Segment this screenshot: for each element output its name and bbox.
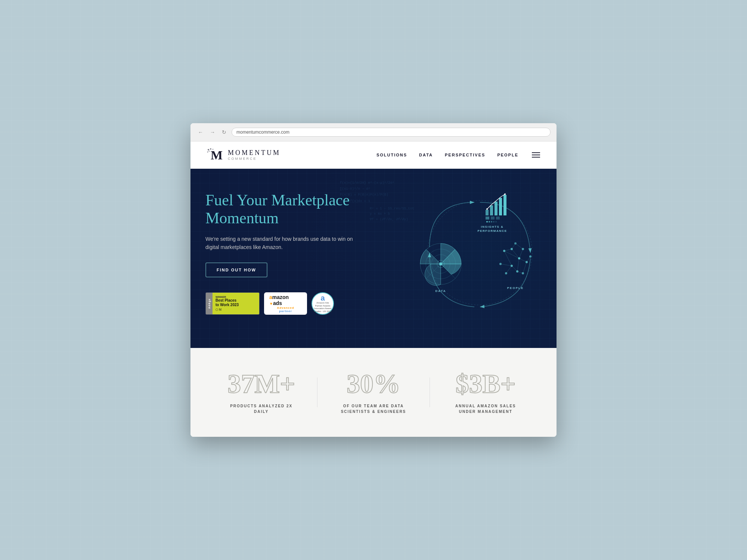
svg-point-48	[503, 250, 505, 252]
stat-sales: $3B+ ANNUAL AMAZON SALESUNDER MANAGEMENT	[430, 370, 542, 414]
hamburger-menu[interactable]	[530, 151, 542, 159]
svg-point-5	[209, 151, 210, 152]
badge-amazon-ads: amazon ▼ads Advanced partner	[264, 292, 307, 315]
stat-label-products: PRODUCTS ANALYZED 2XDAILY	[205, 403, 317, 414]
stat-number-products: 37M+	[205, 370, 317, 397]
nav-people[interactable]: PEOPLE	[497, 153, 518, 157]
browser-window: ← → ↻ M MOMENTUM COMMERCE	[190, 123, 557, 437]
svg-point-13	[486, 208, 488, 210]
svg-line-37	[519, 258, 527, 262]
svg-line-44	[504, 249, 512, 251]
amazon-partner-label: Advanced	[277, 306, 294, 309]
svg-point-58	[529, 255, 531, 258]
stat-number-sales: $3B+	[430, 370, 542, 397]
svg-text:DATA: DATA	[435, 289, 446, 293]
adage-winner-label: WINNER	[216, 296, 256, 298]
hero-content: Fuel Your Marketplace Momentum We're set…	[205, 191, 390, 315]
svg-point-4	[207, 152, 208, 153]
svg-rect-9	[490, 205, 493, 215]
svg-point-2	[210, 148, 211, 150]
svg-point-18	[486, 221, 488, 223]
svg-line-45	[519, 249, 523, 258]
badge-innovation: a Amazon AdsPartner AwardsInnovation Awa…	[311, 292, 334, 315]
nav-perspectives[interactable]: PERSPECTIVES	[445, 153, 485, 157]
hamburger-line-2	[532, 155, 540, 155]
svg-point-54	[522, 272, 524, 274]
insights-graphic	[486, 193, 506, 223]
svg-point-22	[495, 221, 497, 223]
back-button[interactable]: ←	[196, 128, 205, 136]
svg-point-52	[516, 270, 518, 273]
hero-subtitle: We're setting a new standard for how bra…	[205, 235, 355, 252]
diagram-svg: INSIGHTS & PERFORMANCE	[407, 184, 542, 326]
svg-line-46	[500, 264, 512, 266]
refresh-button[interactable]: ↻	[220, 128, 228, 136]
amazon-partner-type: partner	[279, 309, 292, 313]
logo-area: M MOMENTUM COMMERCE	[205, 147, 280, 162]
adage-logo-m: ⬡ M	[216, 308, 256, 311]
site-header: M MOMENTUM COMMERCE SOLUTIONS DATA PERSP…	[190, 141, 557, 169]
svg-point-49	[518, 257, 520, 259]
forward-button[interactable]: →	[208, 128, 217, 136]
svg-line-35	[504, 251, 519, 258]
badges-row: AdAge WINNER Best Places to Work 2023 ⬡ …	[205, 292, 390, 315]
svg-rect-16	[491, 217, 495, 220]
svg-text:INSIGHTS &: INSIGHTS &	[481, 225, 504, 228]
logo-text: MOMENTUM COMMERCE	[228, 149, 280, 161]
svg-text:PEOPLE: PEOPLE	[507, 286, 524, 290]
svg-point-19	[489, 221, 490, 223]
svg-rect-15	[486, 217, 489, 220]
svg-line-41	[523, 262, 527, 273]
stat-label-sales: ANNUAL AMAZON SALESUNDER MANAGEMENT	[430, 403, 542, 414]
adage-sidebar-text: AdAge	[206, 293, 213, 314]
svg-point-3	[213, 149, 214, 150]
adage-title: Best Places	[216, 298, 256, 303]
stat-products: 37M+ PRODUCTS ANALYZED 2XDAILY	[205, 370, 317, 414]
site-nav: SOLUTIONS DATA PERSPECTIVES PEOPLE	[376, 151, 542, 159]
svg-rect-8	[486, 210, 489, 215]
svg-line-40	[506, 266, 512, 273]
badge-adage: AdAge WINNER Best Places to Work 2023 ⬡ …	[205, 292, 260, 315]
hamburger-line-1	[532, 152, 540, 153]
svg-point-57	[499, 263, 502, 265]
svg-rect-11	[499, 198, 502, 215]
stat-team: 30% OF OUR TEAM ARE DATASCIENTISTS & ENG…	[317, 370, 429, 414]
svg-line-61	[515, 243, 523, 249]
svg-point-33	[439, 262, 442, 265]
stats-section: 37M+ PRODUCTS ANALYZED 2XDAILY 30% OF OU…	[190, 348, 557, 437]
svg-text:M: M	[211, 148, 223, 162]
svg-point-20	[491, 221, 492, 223]
nav-solutions[interactable]: SOLUTIONS	[376, 153, 407, 157]
svg-rect-10	[495, 202, 498, 215]
svg-line-39	[512, 266, 517, 271]
adage-title-2: to Work 2023	[216, 303, 256, 307]
svg-point-14	[504, 193, 506, 195]
svg-rect-17	[496, 217, 500, 220]
people-graphic	[499, 242, 531, 274]
amazon-ads-text: amazon ▼ads	[269, 294, 302, 306]
svg-line-38	[517, 258, 519, 271]
svg-line-36	[504, 251, 512, 266]
brand-name: MOMENTUM	[228, 149, 280, 157]
svg-point-21	[493, 221, 495, 223]
cta-find-out-how[interactable]: FIND OUT HOW	[205, 262, 267, 277]
innovation-text: Amazon AdsPartner AwardsInnovation Award…	[314, 302, 332, 313]
svg-point-53	[505, 272, 507, 274]
svg-line-43	[512, 249, 519, 258]
brand-sub: COMMERCE	[228, 157, 280, 161]
stat-number-team: 30%	[317, 370, 429, 397]
svg-rect-12	[503, 195, 506, 215]
hero-diagram: INSIGHTS & PERFORMANCE	[407, 184, 542, 326]
nav-data[interactable]: DATA	[419, 153, 433, 157]
hero-section: f(x)={1/σ√2π} e^-(x-μ)²/2σ² ∑(xi-x̄)²/n …	[190, 169, 557, 348]
innovation-icon: a	[320, 294, 325, 302]
svg-point-50	[511, 265, 513, 267]
stat-label-team: OF OUR TEAM ARE DATASCIENTISTS & ENGINEE…	[317, 403, 429, 414]
svg-line-60	[512, 243, 515, 249]
svg-point-1	[208, 149, 209, 150]
address-bar[interactable]	[232, 128, 551, 137]
hero-title: Fuel Your Marketplace Momentum	[205, 191, 390, 227]
hamburger-line-3	[532, 157, 540, 158]
browser-chrome: ← → ↻	[190, 123, 557, 141]
adage-content: WINNER Best Places to Work 2023 ⬡ M	[213, 293, 259, 314]
